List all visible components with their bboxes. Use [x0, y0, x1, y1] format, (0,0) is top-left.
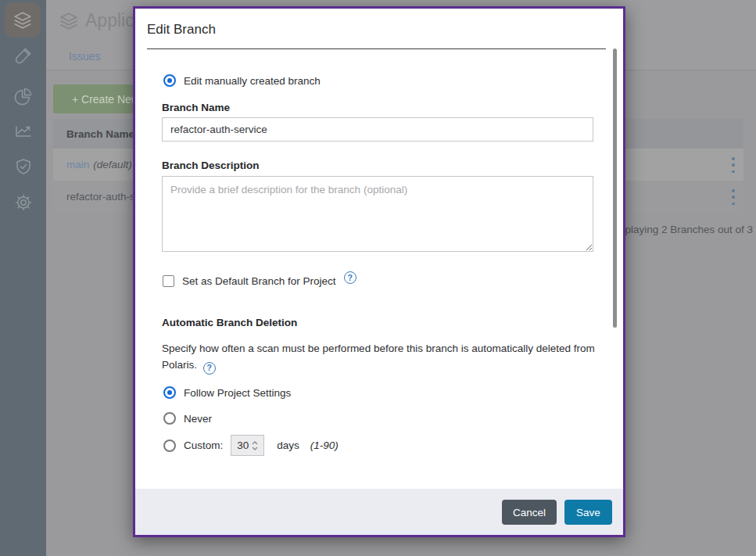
radio-label: Custom: — [184, 439, 223, 451]
radio-unselected-icon[interactable] — [163, 412, 176, 425]
dialog-footer: Cancel Save — [135, 489, 623, 535]
follow-project-settings-radio[interactable]: Follow Project Settings — [163, 386, 291, 399]
gear-icon — [14, 193, 33, 212]
sidebar-item-security[interactable] — [13, 156, 33, 176]
radio-label: Never — [184, 413, 212, 425]
days-range-label: (1-90) — [310, 439, 339, 451]
pie-chart-icon — [14, 87, 33, 106]
sidebar-item-trends[interactable] — [13, 121, 33, 141]
custom-days-stepper[interactable]: 30 — [231, 435, 264, 456]
trend-chart-icon — [14, 122, 33, 141]
radio-label: Edit manually created branch — [184, 75, 321, 87]
layers-icon — [13, 10, 33, 30]
edit-manual-branch-radio[interactable]: Edit manually created branch — [163, 74, 321, 87]
sidebar-item-settings[interactable] — [13, 192, 33, 212]
branch-link-main[interactable]: main — [66, 159, 89, 170]
shield-check-icon — [14, 157, 33, 176]
save-button[interactable]: Save — [564, 500, 612, 525]
tab-issues[interactable]: Issues — [69, 50, 100, 63]
checkbox-label: Set as Default Branch for Project — [182, 275, 336, 287]
custom-days-radio-row: Custom: 30 days (1-90) — [163, 435, 339, 456]
custom-days-value: 30 — [237, 439, 249, 451]
row-actions-kebab-icon[interactable] — [728, 157, 739, 173]
sidebar-item-reports[interactable] — [13, 86, 33, 106]
test-tube-icon — [14, 46, 33, 65]
dialog-title: Edit Branch — [147, 22, 216, 38]
branch-count-status: Displaying 2 Branches out of 3 — [610, 224, 753, 235]
stepper-arrows-icon[interactable] — [252, 441, 258, 450]
branch-name-input[interactable] — [162, 117, 593, 142]
title-divider — [147, 48, 606, 49]
radio-selected-icon[interactable] — [163, 74, 176, 87]
days-suffix-label: days — [277, 439, 299, 451]
radio-unselected-icon[interactable] — [163, 439, 176, 452]
sidebar-item-tests[interactable] — [13, 45, 33, 65]
help-icon[interactable]: ? — [344, 271, 357, 284]
edit-branch-dialog: Edit Branch Edit manually created branch… — [133, 6, 625, 537]
branch-name-label: Branch Name — [162, 102, 230, 113]
sidebar — [0, 0, 46, 556]
sidebar-item-applications[interactable] — [5, 2, 41, 38]
set-default-branch-checkbox[interactable] — [163, 275, 174, 287]
row-actions-kebab-icon[interactable] — [728, 189, 739, 205]
radio-selected-icon[interactable] — [163, 386, 176, 399]
auto-deletion-description: Specify how often a scan must be perform… — [162, 340, 600, 373]
never-radio[interactable]: Never — [163, 412, 212, 425]
branch-description-label: Branch Description — [162, 160, 260, 171]
cancel-button[interactable]: Cancel — [502, 500, 557, 525]
auto-deletion-heading: Automatic Branch Deletion — [162, 317, 297, 328]
set-default-branch-row: Set as Default Branch for Project ? — [163, 274, 357, 287]
help-icon[interactable]: ? — [203, 362, 216, 375]
branch-description-textarea[interactable] — [162, 176, 593, 252]
auto-deletion-description-text: Specify how often a scan must be perform… — [162, 343, 595, 371]
default-branch-suffix: (default) — [93, 159, 132, 170]
radio-label: Follow Project Settings — [184, 387, 291, 399]
layers-icon — [59, 11, 79, 31]
dialog-scrollbar[interactable] — [613, 48, 617, 328]
